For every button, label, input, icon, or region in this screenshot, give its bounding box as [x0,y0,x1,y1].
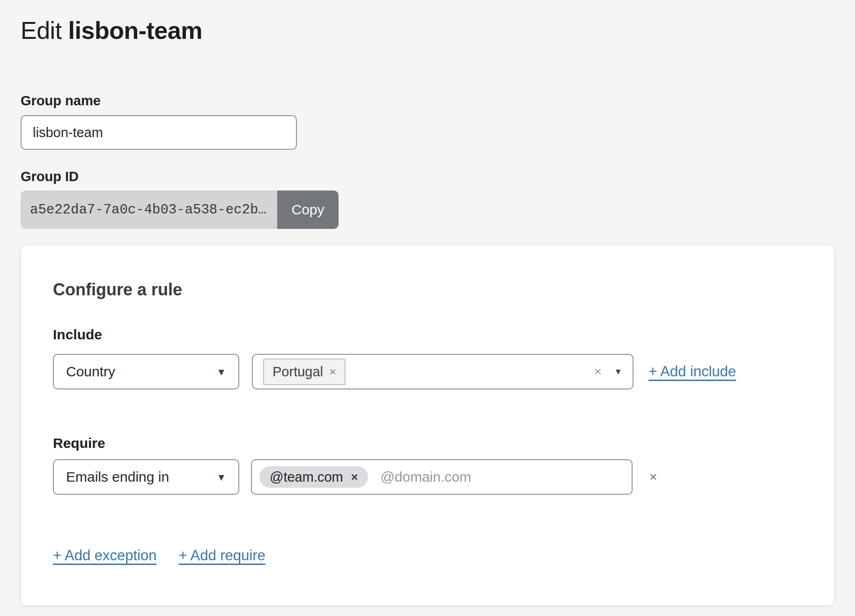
require-selector-value: Emails ending in [66,469,169,485]
require-selector-dropdown[interactable]: Emails ending in ▼ [53,459,239,495]
include-rule-row: Country ▼ Portugal × × ▼ + Add include [53,354,802,389]
add-include-link[interactable]: + Add include [649,363,736,380]
require-rule-row: Emails ending in ▼ @team.com × @domain.c… [53,459,802,495]
rule-card: Configure a rule Include Country ▼ Portu… [21,245,834,606]
include-tag-label: Portugal [273,364,323,380]
copy-button[interactable]: Copy [277,191,339,229]
chevron-down-icon: ▼ [216,472,226,482]
page-title: Edit lisbon-team [21,16,834,45]
include-selector-value: Country [66,364,115,380]
remove-tag-icon[interactable]: × [351,471,358,483]
require-value-pill: @team.com × [259,466,368,488]
remove-tag-icon[interactable]: × [329,366,336,378]
add-exception-link[interactable]: + Add exception [53,547,156,564]
multiselect-controls: × ▼ [594,365,622,378]
chevron-down-icon[interactable]: ▼ [614,367,622,376]
page-title-group-name: lisbon-team [68,17,202,44]
require-input-placeholder: @domain.com [380,469,471,485]
group-name-label: Group name [21,93,834,109]
remove-rule-icon[interactable]: × [649,470,657,484]
clear-selection-icon[interactable]: × [594,365,602,378]
group-id-label: Group ID [21,169,834,184]
include-values-input[interactable]: Portugal × × ▼ [252,354,634,389]
include-selector-dropdown[interactable]: Country ▼ [53,354,239,389]
group-id-value: a5e22da7-7a0c-4b03-a538-ec2b… [21,191,277,229]
add-require-link[interactable]: + Add require [178,547,265,564]
chevron-down-icon: ▼ [216,367,226,377]
include-value-tag: Portugal × [263,359,346,385]
page-title-prefix: Edit [21,17,68,44]
rule-footer-links: + Add exception + Add require [53,547,802,564]
group-id-row: a5e22da7-7a0c-4b03-a538-ec2b… Copy [21,191,339,229]
group-name-input[interactable]: lisbon-team [21,115,297,150]
require-label: Require [53,435,802,452]
page-container: Edit lisbon-team Group name lisbon-team … [0,0,855,606]
group-name-value: lisbon-team [33,125,103,140]
rule-card-heading: Configure a rule [53,279,802,300]
include-label: Include [53,326,802,343]
require-values-input[interactable]: @team.com × @domain.com [251,459,633,495]
require-pill-label: @team.com [270,469,343,485]
